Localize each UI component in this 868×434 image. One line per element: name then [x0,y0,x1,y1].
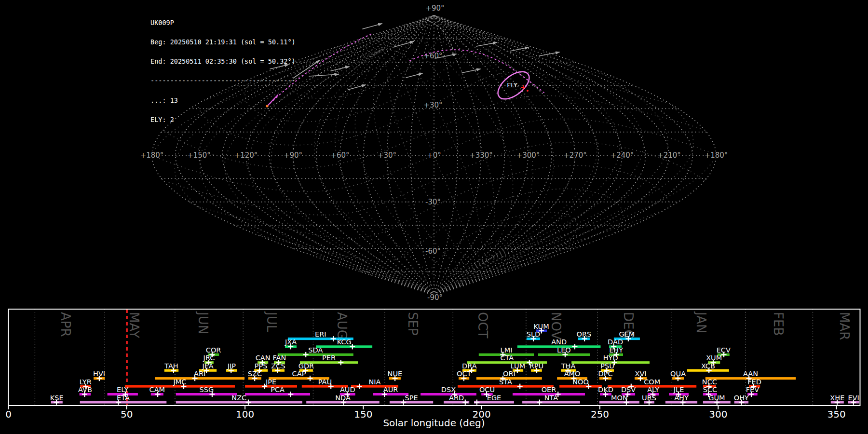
shower-code-label: FED [747,378,761,386]
latitude-label: +60° [423,52,442,60]
shower-code-label: NCC [702,378,717,386]
shower-code-label: SDA [308,346,323,354]
shower-code-label: PCA [271,386,285,393]
shower-code-label: DAD [608,338,623,346]
shower-code-label: SPE [405,394,418,402]
shower-code-label: FAN [273,354,286,362]
grid-secondary [152,155,434,192]
grid-secondary [490,36,620,258]
shower-code-label: ECV [717,346,731,354]
sporadic-meteor-trail [406,73,422,78]
shower-code-label: NZC [231,394,246,402]
shower-code-label: NUE [388,370,403,378]
shower-code-label: SSG [200,386,214,393]
shower-code-label: KSE [50,394,64,402]
longitude-label: +180° [705,151,728,160]
shower-code-label: LYR [80,378,92,386]
ely-count: ELY: 2 [150,117,296,123]
latitude-label: -30° [425,198,441,206]
grid-secondary [490,160,714,259]
shower-code-label: AUD [340,386,355,393]
shower-code-label: PAU [318,378,332,386]
shower-code-label: SLD [527,330,540,338]
grid-secondary [443,142,704,180]
month-label: SEP [406,312,420,336]
shower-code-label: FEV [746,386,760,393]
shower-code-label: KCG [337,338,352,346]
shower-code-label: QUA [670,370,686,378]
shower-code-label: EHY [609,346,623,354]
shower-code-label: NIA [368,378,380,386]
shower-code-label: TAH [164,362,178,370]
shower-code-label: OCU [479,386,495,393]
grid-secondary [168,176,443,215]
shower-code-label: XHE [830,394,844,402]
shower-code-label: SCC [703,386,717,393]
grid-secondary [434,119,712,156]
longitude-label: +0° [427,151,441,160]
shower-code-label: LMI [501,346,513,354]
axis-tick-label: 100 [236,408,254,420]
longitude-label: +180° [140,151,164,160]
shower-code-label: PER [322,354,336,362]
grid-secondary [335,28,417,75]
shower-code-label: JXA [285,338,297,346]
longitude-label: +30° [378,151,396,160]
shower-code-label: JMC [173,378,186,386]
latitude-label: -90° [427,293,443,302]
longitude-label: +270° [563,151,587,160]
activity-timeline: APRMAYJUNJULAUGSEPOCTNOVDECJANFEBMARKUME… [5,309,860,429]
sporadic-meteor-trail [462,69,480,73]
longitude-label: +90° [284,151,302,160]
grid-secondary [378,41,513,259]
shower-code-label: JIP [227,362,236,370]
ely-meteor-dot [527,90,529,92]
shower-code-label: NTA [544,394,558,402]
shower-code-label: AUR [383,386,398,393]
longitude-label: +120° [234,151,258,160]
axis-tick-label: 350 [827,408,846,420]
axis-tick-label: 300 [709,408,727,420]
sporadic-meteor-trail [476,42,497,46]
shower-code-label: STA [499,378,512,386]
shower-code-label: DPC [598,370,612,378]
shower-code-label: NDA [335,394,351,402]
shower-code-label: EGE [487,394,502,402]
month-label: MAY [127,312,141,338]
shower-code-label: SZC [248,370,262,378]
month-label: APR [58,312,73,337]
shower-code-label: LUM [511,362,525,370]
month-label: JUL [264,311,279,332]
shower-code-label: GEM [619,330,635,338]
month-label: JUN [196,311,210,334]
shower-code-label: JRC [203,354,215,362]
shower-code-label: XCB [701,362,715,370]
grid-secondary [490,104,693,259]
longitude-label: +210° [657,151,681,160]
month-label: MAR [837,312,852,340]
grid-secondary [291,46,401,98]
station-header: UK009P Beg: 20250510 21:19:31 (sol = 50.… [150,7,296,136]
shower-code-label: AHY [674,394,689,402]
grid-secondary [488,259,532,270]
month-label: FEB [771,312,786,336]
sporadic-meteor-trail [394,41,414,47]
month-label: JAN [694,311,708,333]
shower-code-label: OER [542,386,556,393]
shower-code-label: HVI [93,370,105,378]
obs-end: End: 20250511 02:35:30 (sol = 50.32°) [150,58,296,65]
shower-code-label: ARD [449,394,464,402]
axis-title: Solar longitude (deg) [383,417,485,429]
shower-code-label: JPE [265,378,276,386]
axis-tick-label: 50 [121,408,133,420]
shower-code-label: URS [642,394,656,402]
shower-code-label: COM [644,378,660,386]
axis-tick-label: 250 [591,408,609,420]
grid-meridian [293,15,434,295]
sporadic-meteor-trail [309,74,339,76]
shower-code-label: MON [611,394,628,402]
ely-radiant-label: ELY [507,81,517,89]
shower-code-label: NOO [572,378,589,386]
station-id: UK009P [150,20,296,26]
shower-code-label: ETA [117,394,130,402]
